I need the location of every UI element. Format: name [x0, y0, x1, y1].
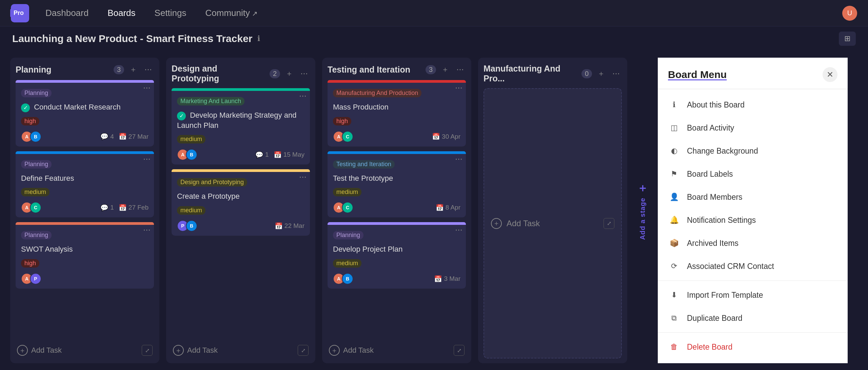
comment-icon: 💬 [100, 204, 108, 212]
card-date: 📅 3 Mar [434, 275, 460, 283]
card-priority: high [21, 117, 39, 125]
card-footer: A B 💬 1 📅 15 May [177, 149, 304, 160]
card-create-prototype[interactable]: ⋯ Design and Prototyping Create a Protot… [172, 169, 310, 236]
add-stage-label: Add a stage [639, 198, 647, 240]
user-avatar[interactable]: U [842, 6, 857, 21]
card-bar [172, 88, 310, 91]
nav-dashboard[interactable]: Dashboard [43, 6, 91, 20]
column-planning-header: Planning 3 ＋ ⋯ [16, 64, 154, 75]
add-task-testing[interactable]: ＋ Add Task ⤢ [328, 342, 466, 358]
board-info-icon[interactable]: ℹ [257, 34, 260, 43]
card-define-features[interactable]: ⋯ Planning Define Features medium A C 💬 … [16, 151, 154, 218]
menu-item-archived-items[interactable]: 📦 Archived Items [658, 232, 848, 255]
card-footer: A C 📅 30 Apr [333, 131, 460, 142]
calendar-icon: 📅 [119, 204, 127, 212]
board-activity-icon: ◫ [668, 122, 680, 134]
card-meta: 📅 22 Mar [275, 222, 304, 230]
card-more-button[interactable]: ⋯ [455, 226, 462, 234]
menu-item-duplicate-board[interactable]: ⧉ Duplicate Board [658, 307, 848, 330]
card-title: ✓ Conduct Market Research [21, 102, 149, 112]
add-task-design[interactable]: ＋ Add Task ⤢ [172, 342, 310, 358]
menu-item-board-activity[interactable]: ◫ Board Activity [658, 116, 848, 139]
add-task-planning[interactable]: ＋ Add Task ⤢ [16, 342, 154, 358]
column-manufacturing: Manufacturing And Pro... 0 ＋ ⋯ ＋ Add Tas… [478, 58, 627, 363]
avatar: P [30, 273, 41, 285]
column-manufacturing-count: 0 [581, 69, 592, 78]
menu-item-label: Board Activity [687, 123, 837, 133]
card-footer: P B 📅 22 Mar [177, 220, 304, 232]
menu-item-about-board[interactable]: ℹ About this Board [658, 93, 848, 116]
card-more-button[interactable]: ⋯ [143, 226, 151, 234]
avatar: B [30, 131, 41, 142]
card-more-button[interactable]: ⋯ [299, 92, 307, 100]
menu-item-delete-board[interactable]: 🗑 Delete Board [658, 335, 848, 358]
card-more-button[interactable]: ⋯ [143, 83, 151, 92]
column-planning: Planning 3 ＋ ⋯ ⋯ Planning ✓ Conduct Mark… [10, 58, 159, 363]
board-labels-icon: ⚑ [668, 168, 680, 180]
expand-icon: ⤢ [454, 345, 465, 356]
card-more-button[interactable]: ⋯ [299, 173, 307, 181]
column-design-title: Design and Prototyping [172, 64, 266, 83]
card-title: SWOT Analysis [21, 244, 149, 254]
card-title: Develop Project Plan [333, 244, 460, 254]
menu-item-label: Duplicate Board [687, 314, 837, 323]
menu-item-change-background[interactable]: ◐ Change Background [658, 139, 848, 162]
menu-item-associated-crm[interactable]: ⟳ Associated CRM Contact [658, 255, 848, 278]
card-more-button[interactable]: ⋯ [455, 155, 462, 163]
column-testing-header: Testing and Iteration 3 ＋ ⋯ [328, 64, 466, 75]
app-logo[interactable]: Pro [11, 4, 29, 22]
board-menu-items: ℹ About this Board ◫ Board Activity ◐ Ch… [658, 89, 848, 363]
column-manufacturing-add[interactable]: ＋ [595, 68, 607, 79]
card-develop-marketing-strategy[interactable]: ⋯ Marketing And Launch ✓ Develop Marketi… [172, 88, 310, 164]
nav-settings[interactable]: Settings [152, 6, 189, 20]
menu-item-label: Archived Items [687, 239, 837, 248]
card-more-button[interactable]: ⋯ [455, 83, 462, 92]
card-develop-project-plan[interactable]: ⋯ Planning Develop Project Plan medium A… [328, 222, 466, 289]
column-testing-menu[interactable]: ⋯ [454, 64, 466, 75]
duplicate-board-icon: ⧉ [668, 312, 680, 324]
card-test-prototype[interactable]: ⋯ Testing and Iteration Test the Prototy… [328, 151, 466, 218]
add-icon: ＋ [173, 345, 184, 356]
card-label: Manufacturing And Production [333, 89, 421, 97]
topnav: Pro Dashboard Boards Settings Community … [0, 0, 868, 26]
menu-item-label: Import From Template [687, 291, 837, 300]
menu-item-board-labels[interactable]: ⚑ Board Labels [658, 162, 848, 186]
card-swot-analysis[interactable]: ⋯ Planning SWOT Analysis high A P [16, 222, 154, 289]
board-menu-title: Board Menu [668, 69, 823, 80]
add-stage-plus: ＋ [637, 181, 648, 196]
menu-item-import-template[interactable]: ⬇ Import From Template [658, 284, 848, 307]
board-menu-panel: Board Menu ✕ ℹ About this Board ◫ Board … [658, 58, 848, 363]
expand-icon: ⤢ [298, 345, 309, 356]
add-task-manufacturing[interactable]: ＋ Add Task ⤢ [484, 88, 622, 358]
expand-icon: ⤢ [604, 218, 614, 229]
column-design-menu[interactable]: ⋯ [298, 69, 310, 79]
column-design-add[interactable]: ＋ [283, 68, 295, 79]
nav-boards[interactable]: Boards [105, 6, 138, 20]
column-testing-title: Testing and Iteration [328, 65, 422, 75]
card-avatars: P B [177, 220, 271, 232]
card-label: Testing and Iteration [333, 160, 395, 169]
card-comment-count: 💬 4 [100, 133, 114, 140]
menu-item-notification-settings[interactable]: 🔔 Notification Settings [658, 209, 848, 232]
card-title: Create a Prototype [177, 191, 304, 201]
menu-item-board-members[interactable]: 👤 Board Members [658, 186, 848, 209]
card-priority: medium [333, 259, 361, 268]
card-mass-production[interactable]: ⋯ Manufacturing And Production Mass Prod… [328, 80, 466, 147]
column-manufacturing-menu[interactable]: ⋯ [610, 69, 622, 79]
column-planning-menu[interactable]: ⋯ [142, 64, 154, 75]
card-priority: medium [21, 188, 50, 196]
nav-community[interactable]: Community [203, 6, 260, 20]
card-more-button[interactable]: ⋯ [143, 155, 151, 163]
board-title: Launching a New Product - Smart Fitness … [12, 33, 253, 44]
menu-item-label: Notification Settings [687, 216, 837, 225]
column-testing-add[interactable]: ＋ [439, 64, 451, 75]
add-stage-button[interactable]: ＋ Add a stage [634, 58, 651, 363]
avatar: B [342, 273, 353, 285]
column-planning-add[interactable]: ＋ [127, 64, 139, 75]
about-board-icon: ℹ [668, 99, 680, 111]
card-label: Design and Prototyping [177, 178, 247, 187]
board-view-button[interactable]: ⊞ [839, 32, 856, 46]
card-conduct-market-research[interactable]: ⋯ Planning ✓ Conduct Market Research hig… [16, 80, 154, 147]
card-avatars: A C [333, 202, 432, 213]
board-menu-close-button[interactable]: ✕ [823, 67, 837, 82]
